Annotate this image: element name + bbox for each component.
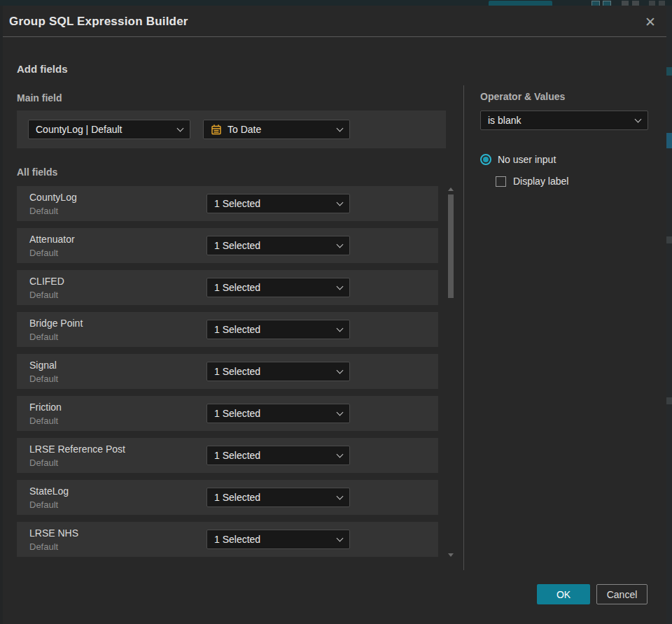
operator-dropdown[interactable]: is blank xyxy=(480,111,648,130)
fields-list-scrollbar[interactable] xyxy=(448,186,454,558)
chevron-down-icon xyxy=(635,115,642,122)
field-subtitle: Default xyxy=(29,374,58,384)
field-row-statelog: StateLog Default 1 Selected xyxy=(17,480,438,515)
toolbar-fragment xyxy=(659,1,665,6)
field-name: Signal xyxy=(29,360,57,371)
background-app-top-strip: Live view xyxy=(0,0,672,6)
field-subtitle: Default xyxy=(29,541,58,552)
chevron-down-icon xyxy=(337,409,344,416)
scroll-down-icon[interactable] xyxy=(448,553,454,557)
field-selected-dropdown[interactable]: 1 Selected xyxy=(206,320,350,339)
main-field-date-value: To Date xyxy=(227,124,337,135)
field-row-clifed: CLIFED Default 1 Selected xyxy=(17,270,438,305)
field-subtitle: Default xyxy=(29,290,58,300)
background-fragment xyxy=(666,133,672,148)
field-row-signal: Signal Default 1 Selected xyxy=(17,354,438,389)
toolbar-fragment xyxy=(622,1,629,6)
field-name: CountyLog xyxy=(29,192,77,203)
field-subtitle: Default xyxy=(29,332,58,342)
field-name: Friction xyxy=(29,402,62,413)
main-field-dropdown-value: CountyLog | Default xyxy=(36,124,178,135)
toolbar-fragment xyxy=(632,1,639,6)
field-selected-dropdown[interactable]: 1 Selected xyxy=(206,404,350,423)
add-fields-heading: Add fields xyxy=(17,63,68,75)
toolbar-fragment xyxy=(649,1,655,6)
chevron-down-icon xyxy=(337,492,344,499)
scrollbar-thumb[interactable] xyxy=(448,194,454,298)
field-subtitle: Default xyxy=(29,416,58,426)
group-sql-expression-builder-dialog: Group SQL Expression Builder ✕ Add field… xyxy=(3,6,666,624)
field-row-bridge-point: Bridge Point Default 1 Selected xyxy=(17,312,438,347)
chevron-down-icon xyxy=(337,325,344,332)
selected-count: 1 Selected xyxy=(214,240,337,251)
no-user-input-radio-row[interactable]: No user input xyxy=(480,154,556,165)
checkbox-unchecked-icon[interactable] xyxy=(496,176,506,187)
field-name: LRSE NHS xyxy=(29,527,78,539)
selected-count: 1 Selected xyxy=(214,534,337,545)
field-row-friction: Friction Default 1 Selected xyxy=(17,396,438,431)
chevron-down-icon xyxy=(337,125,344,132)
field-name: StateLog xyxy=(29,485,69,497)
field-name: LRSE Reference Post xyxy=(29,444,125,455)
dialog-titlebar: Group SQL Expression Builder ✕ xyxy=(3,6,666,37)
field-subtitle: Default xyxy=(29,499,58,510)
scroll-up-icon[interactable] xyxy=(448,187,454,191)
field-name: Attenuator xyxy=(29,234,75,245)
no-user-input-label: No user input xyxy=(498,154,556,165)
operator-values-label: Operator & Values xyxy=(480,91,565,102)
selected-count: 1 Selected xyxy=(214,450,337,461)
field-subtitle: Default xyxy=(29,206,58,216)
field-subtitle: Default xyxy=(29,248,58,258)
panel-divider xyxy=(463,85,464,570)
field-row-countylog: CountyLog Default 1 Selected xyxy=(17,186,438,221)
field-row-lrse-reference-post: LRSE Reference Post Default 1 Selected xyxy=(17,438,438,473)
background-fragment xyxy=(666,67,672,76)
main-field-label: Main field xyxy=(17,92,62,104)
toolbar-fragment xyxy=(592,1,600,6)
field-selected-dropdown[interactable]: 1 Selected xyxy=(206,194,350,213)
main-field-date-dropdown[interactable]: To Date xyxy=(203,120,350,139)
operator-dropdown-value: is blank xyxy=(488,115,636,126)
main-field-dropdown[interactable]: CountyLog | Default xyxy=(28,120,190,139)
field-selected-dropdown[interactable]: 1 Selected xyxy=(206,530,350,549)
live-view-button: Live view xyxy=(489,1,552,6)
main-field-panel: CountyLog | Default To Date xyxy=(17,111,446,148)
selected-count: 1 Selected xyxy=(214,492,337,503)
chevron-down-icon xyxy=(337,451,344,458)
close-icon[interactable]: ✕ xyxy=(641,13,659,31)
chevron-down-icon xyxy=(177,125,184,132)
chevron-down-icon xyxy=(337,241,344,248)
background-app-right-strip xyxy=(666,6,672,624)
dialog-title: Group SQL Expression Builder xyxy=(9,6,188,37)
selected-count: 1 Selected xyxy=(214,366,337,377)
radio-selected-icon[interactable] xyxy=(480,154,491,165)
field-row-lrse-nhs: LRSE NHS Default 1 Selected xyxy=(17,522,438,557)
cancel-button[interactable]: Cancel xyxy=(596,584,648,604)
background-fragment xyxy=(666,236,672,243)
selected-count: 1 Selected xyxy=(214,408,337,419)
calendar-icon xyxy=(211,124,222,135)
display-label-label: Display label xyxy=(513,176,568,187)
selected-count: 1 Selected xyxy=(214,198,337,209)
display-label-checkbox-row[interactable]: Display label xyxy=(496,176,568,187)
chevron-down-icon xyxy=(337,199,344,206)
all-fields-label: All fields xyxy=(17,166,57,178)
chevron-down-icon xyxy=(337,534,344,541)
field-row-attenuator: Attenuator Default 1 Selected xyxy=(17,228,438,263)
selected-count: 1 Selected xyxy=(214,282,337,293)
field-selected-dropdown[interactable]: 1 Selected xyxy=(206,446,350,465)
background-fragment xyxy=(666,397,672,404)
ok-button[interactable]: OK xyxy=(537,584,590,604)
field-name: CLIFED xyxy=(29,276,64,287)
chevron-down-icon xyxy=(337,367,344,374)
chevron-down-icon xyxy=(337,283,344,290)
field-name: Bridge Point xyxy=(29,318,83,329)
field-selected-dropdown[interactable]: 1 Selected xyxy=(206,362,350,381)
toolbar-fragment xyxy=(603,1,611,6)
field-selected-dropdown[interactable]: 1 Selected xyxy=(206,488,350,507)
field-selected-dropdown[interactable]: 1 Selected xyxy=(206,278,350,297)
field-selected-dropdown[interactable]: 1 Selected xyxy=(206,236,350,255)
selected-count: 1 Selected xyxy=(214,324,337,335)
field-subtitle: Default xyxy=(29,458,58,468)
